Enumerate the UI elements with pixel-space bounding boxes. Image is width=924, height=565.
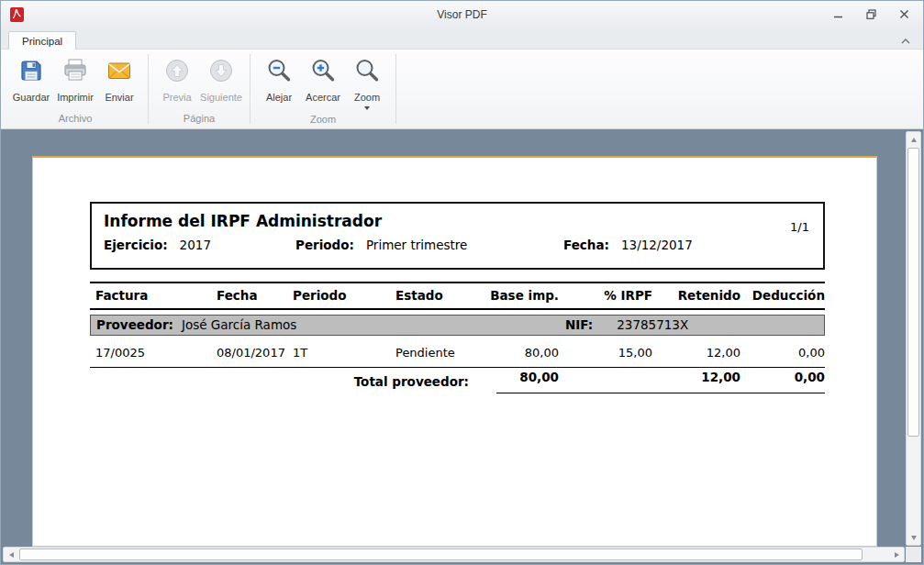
report-header-box: Informe del IRPF Administrador 1/1 Ejerc… — [90, 202, 825, 270]
cell-factura: 17/0025 — [95, 346, 217, 360]
report-title: Informe del IRPF Administrador — [104, 212, 811, 230]
cell-fecha: 08/01/2017 — [217, 346, 293, 360]
horizontal-scrollbar-thumb[interactable] — [19, 548, 863, 560]
enviar-label: Enviar — [105, 92, 133, 103]
divider — [496, 393, 825, 393]
provider-row: Proveedor: José García Ramos NIF: 237857… — [90, 315, 825, 336]
siguiente-button[interactable]: Siguiente — [199, 53, 243, 105]
tab-principal[interactable]: Principal — [8, 31, 76, 50]
print-icon — [61, 56, 90, 89]
triangle-down-icon — [911, 536, 917, 540]
total-row: Total proveedor: 80,00 12,00 0,00 — [90, 374, 825, 389]
field-fecha: Fecha: 13/12/2017 — [563, 238, 693, 252]
enviar-button[interactable]: Enviar — [97, 53, 141, 105]
restore-icon — [866, 6, 876, 23]
send-email-icon — [105, 56, 134, 89]
imprimir-button[interactable]: Imprimir — [53, 53, 97, 105]
cell-periodo: 1T — [293, 346, 395, 360]
document-viewport: Informe del IRPF Administrador 1/1 Ejerc… — [1, 129, 923, 564]
triangle-right-icon — [895, 552, 899, 558]
total-label: Total proveedor: — [95, 374, 469, 389]
field-ejercicio: Ejercicio: 2017 — [104, 238, 295, 252]
alejar-label: Alejar — [266, 92, 292, 103]
cell-retenido: 12,00 — [652, 346, 740, 360]
cell-base-imp: 80,00 — [487, 346, 559, 360]
window-title: Visor PDF — [1, 8, 923, 21]
imprimir-label: Imprimir — [57, 92, 94, 103]
provider-name: José García Ramos — [182, 317, 296, 332]
col-estado: Estado — [395, 288, 487, 303]
col-retenido: Retenido — [652, 288, 740, 303]
triangle-left-icon — [9, 552, 14, 558]
cell-irpf: 15,00 — [559, 346, 652, 360]
col-periodo: Periodo — [293, 288, 395, 303]
field-periodo: Periodo: Primer trimestre — [295, 238, 563, 252]
divider — [90, 367, 825, 368]
previa-label: Previa — [162, 92, 191, 103]
group-label-zoom: Zoom — [257, 112, 389, 129]
alejar-button[interactable]: Alejar — [257, 53, 301, 105]
table-header-row: Factura Fecha Periodo Estado Base imp. %… — [90, 282, 825, 310]
zoom-icon — [352, 56, 382, 89]
zoom-out-icon — [264, 56, 294, 89]
ribbon-separator — [395, 54, 396, 124]
titlebar[interactable]: Visor PDF — [1, 1, 923, 28]
ribbon-collapse-button[interactable] — [896, 31, 916, 47]
acercar-button[interactable]: Acercar — [301, 53, 345, 105]
scroll-up-button[interactable] — [907, 132, 920, 147]
save-icon — [17, 56, 46, 89]
group-label-pagina: Página — [155, 111, 243, 128]
total-base: 80,00 — [469, 370, 559, 384]
siguiente-label: Siguiente — [200, 92, 242, 103]
nif-value: 23785713X — [617, 317, 688, 332]
report-table: Factura Fecha Periodo Estado Base imp. %… — [90, 282, 825, 393]
guardar-button[interactable]: Guardar — [9, 53, 53, 105]
triangle-up-icon — [911, 138, 917, 142]
previa-button[interactable]: Previa — [155, 53, 199, 105]
chevron-up-icon — [901, 31, 910, 48]
total-retenido: 12,00 — [559, 370, 740, 384]
ribbon-group-zoom: Alejar Acercar — [250, 50, 395, 128]
col-base-imp: Base imp. — [487, 288, 559, 303]
close-button[interactable] — [894, 6, 914, 23]
arrow-down-icon — [206, 56, 236, 89]
cell-deduccion: 0,00 — [740, 346, 825, 360]
cell-estado: Pendiente — [395, 346, 487, 360]
horizontal-scrollbar[interactable] — [3, 547, 905, 562]
close-icon — [899, 6, 909, 23]
window-controls — [828, 6, 914, 23]
scrollbar-corner — [906, 547, 921, 562]
provider-label: Proveedor: — [96, 317, 173, 332]
zoom-button[interactable]: Zoom — [345, 53, 389, 112]
col-factura: Factura — [95, 288, 217, 303]
guardar-label: Guardar — [13, 92, 50, 103]
ribbon-group-archivo: Guardar Imprimir — [3, 50, 148, 128]
visor-pdf-window: Visor PDF Principal — [0, 0, 924, 565]
zoom-label: Zoom — [354, 92, 380, 103]
ribbon-group-pagina: Previa Siguiente Página — [149, 50, 250, 128]
ribbon-tabstrip: Principal — [1, 28, 923, 50]
chevron-down-icon — [364, 106, 370, 110]
scroll-down-button[interactable] — [907, 530, 920, 545]
page-indicator: 1/1 — [790, 220, 809, 234]
nif-label: NIF: — [565, 317, 593, 332]
total-deduccion: 0,00 — [740, 370, 825, 384]
minimize-icon — [833, 6, 843, 23]
report-fields: Ejercicio: 2017 Periodo: Primer trimestr… — [104, 238, 811, 252]
zoom-in-icon — [308, 56, 338, 89]
document-page: Informe del IRPF Administrador 1/1 Ejerc… — [32, 156, 877, 547]
vertical-scrollbar-thumb[interactable] — [907, 148, 919, 437]
group-label-archivo: Archivo — [9, 111, 141, 128]
acercar-label: Acercar — [306, 92, 340, 103]
scroll-right-button[interactable] — [889, 548, 904, 561]
col-fecha: Fecha — [217, 288, 293, 303]
col-irpf: % IRPF — [559, 288, 652, 303]
scroll-left-button[interactable] — [4, 548, 18, 561]
col-deduccion: Deducción — [740, 288, 825, 303]
table-row: 17/0025 08/01/2017 1T Pendiente 80,00 15… — [90, 346, 825, 360]
ribbon: Guardar Imprimir — [1, 50, 923, 129]
arrow-up-icon — [162, 56, 192, 89]
minimize-button[interactable] — [828, 6, 848, 23]
restore-button[interactable] — [861, 6, 881, 23]
vertical-scrollbar[interactable] — [906, 131, 921, 546]
